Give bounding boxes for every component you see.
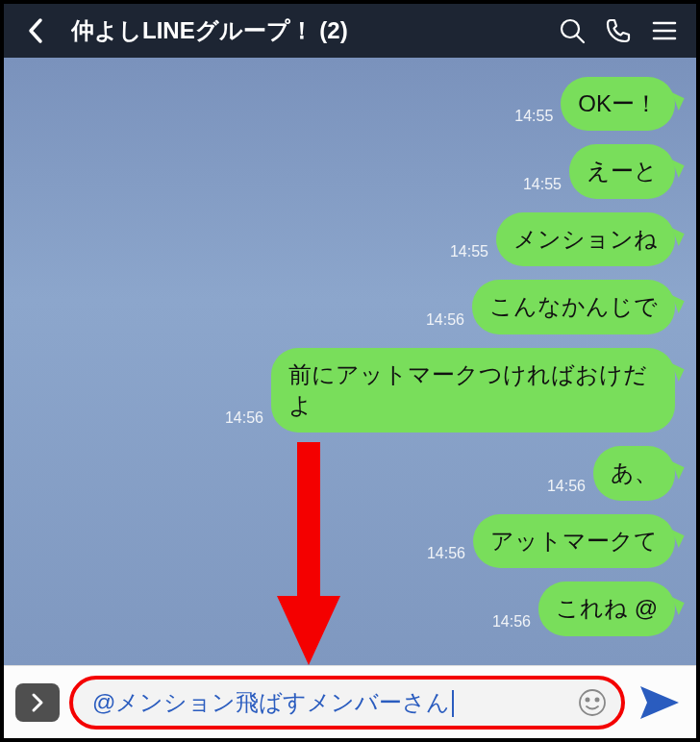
message-time: 14:55 xyxy=(450,243,488,260)
search-icon xyxy=(559,17,586,44)
chat-title: 仲よしLINEグループ！ (2) xyxy=(71,15,542,46)
message-time: 14:56 xyxy=(547,478,586,495)
smile-icon xyxy=(577,687,608,718)
chat-header: 仲よしLINEグループ！ (2) xyxy=(4,4,696,58)
menu-button[interactable] xyxy=(648,14,681,47)
message-bubble[interactable]: 前にアットマークつければおけだよ xyxy=(271,348,675,433)
phone-icon xyxy=(605,17,632,44)
call-button[interactable] xyxy=(602,14,635,47)
message-time: 14:56 xyxy=(225,409,263,427)
composer: @メンション飛ばすメンバーさん xyxy=(4,665,696,738)
message-row: 14:55 えーと xyxy=(13,144,675,198)
chevron-right-icon xyxy=(31,692,44,713)
message-bubble[interactable]: アットマークて xyxy=(473,514,675,568)
message-time: 14:56 xyxy=(492,613,531,631)
message-bubble[interactable]: こんなかんじで xyxy=(472,280,675,334)
chevron-left-icon xyxy=(27,17,44,44)
message-time: 14:55 xyxy=(514,108,553,125)
message-bubble[interactable]: メンションね xyxy=(496,212,675,266)
message-row: 14:56 これね @ xyxy=(13,581,675,635)
message-time: 14:56 xyxy=(427,545,465,562)
search-button[interactable] xyxy=(556,14,588,47)
app-root: 仲よしLINEグループ！ (2) 14:55 OKー！ 14:55 えーと 14… xyxy=(4,4,696,738)
back-button[interactable] xyxy=(19,14,52,47)
message-row: 14:56 こんなかんじで xyxy=(13,280,675,334)
more-button[interactable] xyxy=(15,683,60,722)
message-row: 14:56 アットマークて xyxy=(13,514,675,568)
send-button[interactable] xyxy=(635,684,685,721)
message-bubble[interactable]: これね @ xyxy=(538,581,675,635)
text-cursor xyxy=(452,690,454,717)
message-input[interactable]: @メンション飛ばすメンバーさん xyxy=(92,687,569,718)
message-row: 14:55 OKー！ xyxy=(13,77,675,131)
svg-point-3 xyxy=(586,698,588,701)
message-row: 14:56 前にアットマークつければおけだよ xyxy=(13,348,675,433)
message-bubble[interactable]: あ、 xyxy=(593,446,675,500)
svg-point-2 xyxy=(580,690,605,715)
hamburger-icon xyxy=(651,19,678,42)
input-highlight: @メンション飛ばすメンバーさん xyxy=(69,676,625,730)
message-time: 14:55 xyxy=(523,176,562,193)
message-time: 14:56 xyxy=(426,311,464,329)
message-row: 14:55 メンションね xyxy=(13,212,675,266)
svg-point-4 xyxy=(595,698,598,701)
message-bubble[interactable]: OKー！ xyxy=(561,77,675,131)
chat-area[interactable]: 14:55 OKー！ 14:55 えーと 14:55 メンションね 14:56 … xyxy=(4,58,696,665)
message-bubble[interactable]: えーと xyxy=(569,144,675,198)
input-value: @メンション飛ばすメンバーさん xyxy=(92,689,450,715)
send-icon xyxy=(638,684,681,721)
message-row: 14:56 あ、 xyxy=(13,446,675,500)
emoji-button[interactable] xyxy=(577,687,608,718)
